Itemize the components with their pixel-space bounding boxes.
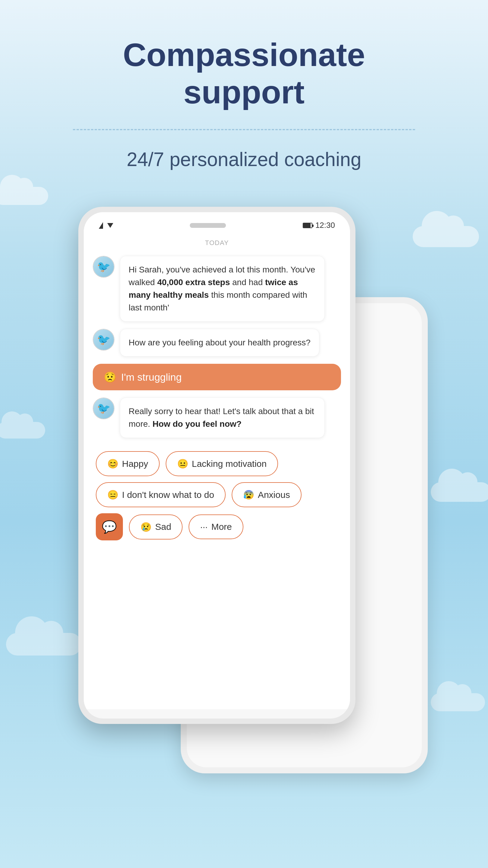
date-label: TODAY xyxy=(93,233,341,256)
cloud-decoration-3 xyxy=(0,422,45,438)
bot-avatar-2: 🐦 xyxy=(93,329,115,350)
battery-time: 12:30 xyxy=(303,221,335,230)
wifi-icon xyxy=(107,223,113,228)
chat-icon: 💬 xyxy=(102,520,117,534)
chat-input-button[interactable]: 💬 xyxy=(96,513,123,540)
option-lacking-motivation-emoji: 😐 xyxy=(177,458,188,469)
option-more-label: More xyxy=(211,522,232,532)
option-happy-emoji: 😊 xyxy=(107,458,119,469)
user-emoji-1: 😟 xyxy=(104,371,116,383)
cloud-decoration-4 xyxy=(431,482,488,502)
bot-avatar-face-2: 🐦 xyxy=(93,330,114,350)
response-options: 😊 Happy 😐 Lacking motivation 😑 I don't k… xyxy=(93,445,341,544)
option-sad-emoji: 😢 xyxy=(140,522,152,532)
option-anxious[interactable]: 😰 Anxious xyxy=(232,482,301,507)
option-sad[interactable]: 😢 Sad xyxy=(129,515,183,539)
bot-avatar-1: 🐦 xyxy=(93,256,115,278)
message-bubble-3: Really sorry to hear that! Let's talk ab… xyxy=(120,398,325,438)
cloud-decoration-5 xyxy=(6,633,82,655)
notch xyxy=(190,223,226,228)
cloud-decoration-1 xyxy=(0,187,48,205)
signal-icons xyxy=(99,222,113,229)
signal-icon xyxy=(99,222,103,229)
phone-mockup-wrapper: 12:30 TODAY 🐦 Hi Sarah, you've achieved … xyxy=(78,207,410,724)
battery-fill xyxy=(303,223,311,227)
option-happy-label: Happy xyxy=(122,459,148,469)
bot-message-3: 🐦 Really sorry to hear that! Let's talk … xyxy=(93,398,341,438)
bot-avatar-face-3: 🐦 xyxy=(93,398,114,418)
chat-area: TODAY 🐦 Hi Sarah, you've achieved a lot … xyxy=(84,233,350,709)
page-header: Compassionate support 24/7 personalized … xyxy=(0,0,488,189)
battery-icon xyxy=(303,223,313,228)
bot-avatar-face-1: 🐦 xyxy=(93,256,114,277)
option-dont-know[interactable]: 😑 I don't know what to do xyxy=(96,482,226,507)
page-title: Compassionate support xyxy=(30,36,458,111)
header-divider xyxy=(73,129,415,130)
option-happy[interactable]: 😊 Happy xyxy=(96,451,160,476)
time-display: 12:30 xyxy=(315,221,335,230)
option-dont-know-label: I don't know what to do xyxy=(122,490,214,500)
user-bubble-1: 😟 I'm struggling xyxy=(93,364,341,390)
option-sad-label: Sad xyxy=(155,522,171,532)
bot-message-2: 🐦 How are you feeling about your health … xyxy=(93,329,341,356)
phone-screen: 12:30 TODAY 🐦 Hi Sarah, you've achieved … xyxy=(84,212,350,718)
options-row-2: 😑 I don't know what to do 😰 Anxious xyxy=(96,482,338,507)
cloud-decoration-6 xyxy=(431,693,485,711)
user-message-1: 😟 I'm struggling xyxy=(93,364,341,390)
option-anxious-emoji: 😰 xyxy=(243,490,254,500)
option-more-ellipsis: ··· xyxy=(200,522,207,532)
option-dont-know-emoji: 😑 xyxy=(107,490,119,500)
option-more[interactable]: ··· More xyxy=(189,515,243,539)
bot-message-1: 🐦 Hi Sarah, you've achieved a lot this m… xyxy=(93,256,341,321)
status-bar: 12:30 xyxy=(84,212,350,233)
cloud-decoration-2 xyxy=(413,226,479,247)
options-row-1: 😊 Happy 😐 Lacking motivation xyxy=(96,451,338,476)
option-anxious-label: Anxious xyxy=(258,490,290,500)
user-text-1: I'm struggling xyxy=(121,371,182,383)
header-subtitle: 24/7 personalized coaching xyxy=(30,148,458,170)
phone-foreground: 12:30 TODAY 🐦 Hi Sarah, you've achieved … xyxy=(78,207,355,724)
option-lacking-motivation-label: Lacking motivation xyxy=(192,459,267,469)
bot-avatar-3: 🐦 xyxy=(93,398,115,419)
option-lacking-motivation[interactable]: 😐 Lacking motivation xyxy=(166,451,278,476)
message-bubble-2: How are you feeling about your health pr… xyxy=(120,329,319,356)
message-bubble-1: Hi Sarah, you've achieved a lot this mon… xyxy=(120,256,325,321)
